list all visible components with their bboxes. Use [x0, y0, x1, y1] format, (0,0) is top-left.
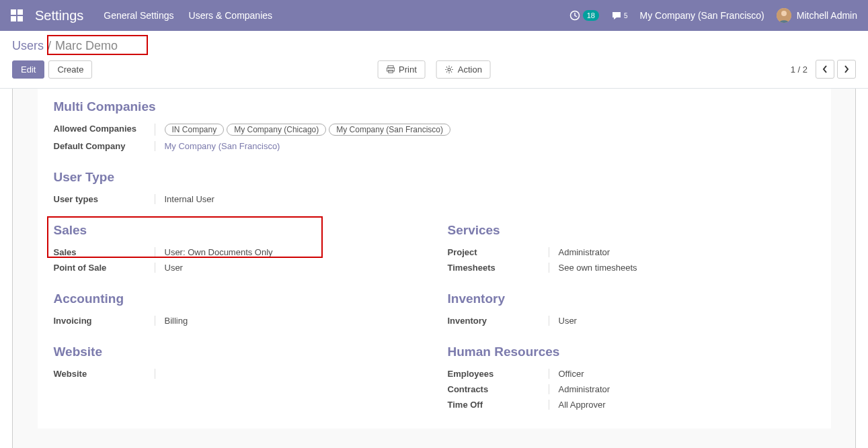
label-pos: Point of Sale — [54, 263, 155, 273]
section-inventory: Inventory — [448, 292, 815, 306]
top-navbar: Settings General Settings Users & Compan… — [0, 0, 868, 31]
svg-point-2 — [781, 11, 787, 16]
section-multi-companies: Multi Companies — [54, 99, 815, 114]
label-sales: Sales — [54, 247, 155, 257]
field-sales: User: Own Documents Only — [165, 247, 273, 257]
field-inventory: User — [559, 316, 577, 326]
print-icon — [386, 65, 395, 74]
gear-icon — [445, 65, 454, 74]
field-invoicing: Billing — [165, 316, 188, 326]
section-user-type: User Type — [54, 170, 815, 185]
field-pos: User — [165, 263, 183, 273]
field-contracts: Administrator — [559, 384, 610, 394]
svg-point-6 — [448, 68, 450, 71]
pager: 1 / 2 — [791, 64, 807, 75]
label-project: Project — [448, 247, 549, 257]
label-timeoff: Time Off — [448, 400, 549, 410]
create-button[interactable]: Create — [48, 60, 92, 79]
control-bar: Edit Create Print Action 1 / 2 — [0, 53, 868, 89]
label-invoicing: Invoicing — [54, 316, 155, 326]
activity-icon[interactable]: 18 — [569, 10, 599, 21]
tag-company[interactable]: My Company (Chicago) — [227, 124, 326, 136]
section-accounting: Accounting — [54, 292, 421, 306]
pager-prev[interactable] — [816, 60, 834, 79]
label-timesheets: Timesheets — [448, 263, 549, 273]
field-timeoff: All Approver — [559, 400, 606, 410]
label-allowed-companies: Allowed Companies — [54, 124, 155, 136]
edit-button[interactable]: Edit — [12, 60, 44, 79]
label-user-types: User types — [54, 194, 155, 204]
field-employees: Officer — [559, 369, 584, 379]
field-user-types: Internal User — [165, 194, 214, 204]
label-contracts: Contracts — [448, 384, 549, 394]
section-sales: Sales — [54, 223, 421, 238]
label-inventory: Inventory — [448, 316, 549, 326]
message-count: 5 — [624, 12, 628, 19]
section-website: Website — [54, 345, 421, 359]
nav-general-settings[interactable]: General Settings — [104, 10, 173, 21]
tag-company[interactable]: IN Company — [165, 124, 225, 136]
company-selector[interactable]: My Company (San Francisco) — [640, 10, 764, 21]
apps-icon[interactable] — [11, 9, 23, 21]
svg-rect-3 — [388, 65, 393, 67]
breadcrumb-users[interactable]: Users — [12, 39, 44, 53]
label-website: Website — [54, 369, 155, 379]
section-hr: Human Resources — [448, 345, 815, 359]
tag-company[interactable]: My Company (San Francisco) — [329, 124, 450, 136]
highlight-box — [47, 35, 148, 55]
section-services: Services — [448, 223, 815, 238]
label-default-company: Default Company — [54, 141, 155, 151]
avatar — [777, 8, 791, 23]
chevron-right-icon — [844, 65, 849, 73]
field-allowed-companies: IN Company My Company (Chicago) My Compa… — [165, 124, 450, 136]
print-button[interactable]: Print — [377, 60, 426, 79]
field-default-company[interactable]: My Company (San Francisco) — [165, 141, 280, 151]
pager-next[interactable] — [837, 60, 856, 79]
activity-count: 18 — [583, 10, 599, 21]
svg-rect-4 — [387, 68, 394, 71]
nav-users-companies[interactable]: Users & Companies — [189, 10, 273, 21]
label-employees: Employees — [448, 369, 549, 379]
messages-icon[interactable]: 5 — [611, 10, 628, 21]
app-title: Settings — [35, 8, 83, 24]
user-menu[interactable]: Mitchell Admin — [777, 8, 857, 23]
username: Mitchell Admin — [797, 10, 857, 21]
action-button[interactable]: Action — [436, 60, 491, 79]
field-project: Administrator — [559, 247, 610, 257]
form-sheet: Multi Companies Allowed Companies IN Com… — [38, 89, 831, 429]
field-timesheets: See own timesheets — [559, 263, 637, 273]
chevron-left-icon — [822, 65, 828, 73]
